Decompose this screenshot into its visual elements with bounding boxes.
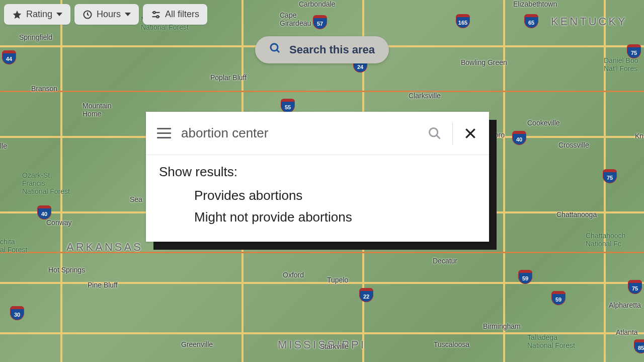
city-label: Conway — [46, 219, 72, 227]
result-option-provides[interactable]: Provides abortions — [159, 185, 476, 206]
rating-filter-label: Rating — [26, 9, 52, 20]
svg-line-8 — [437, 135, 440, 138]
search-icon — [269, 42, 281, 57]
search-input[interactable] — [181, 125, 417, 141]
clock-icon — [83, 10, 93, 20]
city-label: Hot Springs — [48, 266, 85, 274]
hours-filter-label: Hours — [97, 9, 121, 20]
all-filters-label: All filters — [165, 9, 199, 20]
results-title: Show results: — [159, 164, 476, 180]
city-label: Crossville — [558, 141, 589, 149]
interstate-shield: 165 — [456, 14, 470, 28]
city-label: Oxford — [283, 271, 304, 279]
svg-point-6 — [156, 16, 158, 18]
city-label: Chattanooga — [556, 210, 597, 219]
star-icon — [12, 10, 22, 20]
interstate-shield: 75 — [628, 280, 642, 294]
interstate-shield: 65 — [524, 14, 538, 28]
interstate-shield: 57 — [313, 15, 327, 29]
svg-point-7 — [430, 128, 438, 136]
chevron-down-icon — [125, 13, 131, 16]
city-label: Pine Bluff — [88, 281, 118, 289]
city-label: Springfield — [19, 33, 52, 41]
svg-point-5 — [153, 11, 155, 13]
city-label: Elizabethtown — [513, 0, 557, 8]
city-label: Birmingham — [483, 322, 521, 330]
forest-label: Ozark-St.FrancisNational Forest — [22, 171, 70, 195]
city-label: Carbondale — [299, 0, 335, 8]
city-label: Starkville — [320, 342, 349, 350]
divider — [452, 122, 453, 144]
svg-point-0 — [271, 44, 278, 51]
svg-line-1 — [277, 50, 279, 52]
city-label: Tupelo — [327, 276, 348, 284]
city-label: Greenville — [181, 340, 213, 348]
interstate-shield: 85 — [634, 339, 644, 353]
state-label: KENTUCKY — [551, 15, 627, 28]
city-label: Sea — [130, 195, 142, 203]
city-label: Tuscaloosa — [434, 340, 469, 348]
city-label: Decatur — [433, 257, 457, 265]
interstate-shield: 40 — [37, 205, 51, 220]
city-label: lle — [0, 142, 7, 150]
result-option-might-not[interactable]: Might not provide abortions — [159, 206, 476, 228]
forest-label: chitaal Forest — [0, 238, 27, 254]
interstate-shield: 55 — [281, 99, 295, 113]
interstate-shield: 75 — [603, 169, 617, 183]
search-row — [146, 112, 489, 155]
search-button[interactable] — [427, 126, 442, 141]
city-label: MountainHome — [83, 102, 112, 118]
menu-button[interactable] — [157, 128, 171, 138]
city-label: Atlanta — [616, 328, 638, 336]
interstate-shield: 75 — [627, 44, 641, 58]
all-filters-button[interactable]: All filters — [143, 4, 207, 25]
interstate-shield: 44 — [2, 50, 16, 64]
forest-label: TalladegaNational Forest — [527, 333, 575, 349]
city-label: Clarksville — [409, 92, 441, 100]
city-label: Bowling Green — [461, 58, 507, 66]
interstate-shield: 30 — [10, 306, 24, 320]
interstate-shield: 40 — [512, 131, 526, 145]
forest-label: ChattahoochNational Fc — [586, 232, 625, 248]
search-this-area-button[interactable]: Search this area — [255, 36, 389, 63]
city-label: Branson — [31, 85, 57, 93]
city-label: Poplar Bluff — [210, 74, 247, 82]
interstate-shield: 59 — [551, 291, 566, 305]
results-area: Show results: Provides abortions Might n… — [146, 155, 489, 237]
close-button[interactable] — [463, 126, 478, 141]
interstate-shield: 22 — [359, 288, 373, 302]
forest-label: Daniel BooNat'l Fores — [604, 56, 638, 73]
sliders-icon — [151, 10, 161, 20]
filter-bar: Rating Hours All filters — [4, 4, 207, 25]
state-label: ARKANSAS — [66, 241, 143, 254]
city-label: Alpharetta — [609, 301, 641, 309]
city-label: Cookeville — [527, 119, 560, 127]
interstate-shield: 59 — [518, 270, 532, 284]
search-this-area-label: Search this area — [289, 43, 375, 56]
city-label: CapeGirardeau — [280, 11, 311, 27]
rating-filter-button[interactable]: Rating — [4, 4, 70, 25]
chevron-down-icon — [56, 13, 62, 16]
search-modal: Show results: Provides abortions Might n… — [146, 112, 489, 242]
hours-filter-button[interactable]: Hours — [74, 4, 139, 25]
city-label: Kn — [635, 132, 643, 140]
